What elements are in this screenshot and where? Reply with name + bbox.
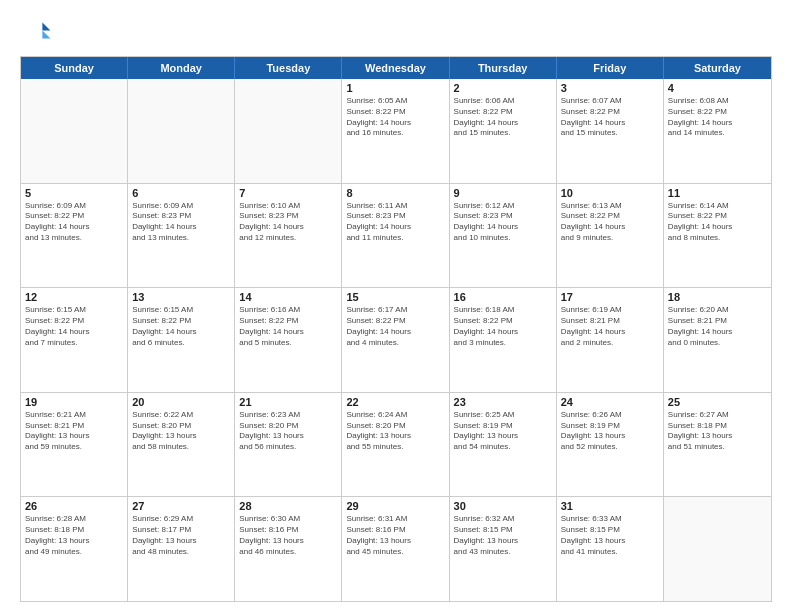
calendar-cell: 3Sunrise: 6:07 AM Sunset: 8:22 PM Daylig… [557,79,664,183]
cell-info: Sunrise: 6:10 AM Sunset: 8:23 PM Dayligh… [239,201,337,244]
day-number: 30 [454,500,552,512]
weekday-header: Friday [557,57,664,79]
day-number: 15 [346,291,444,303]
calendar-cell: 1Sunrise: 6:05 AM Sunset: 8:22 PM Daylig… [342,79,449,183]
day-number: 8 [346,187,444,199]
calendar-cell: 14Sunrise: 6:16 AM Sunset: 8:22 PM Dayli… [235,288,342,392]
weekday-header: Sunday [21,57,128,79]
calendar-cell: 8Sunrise: 6:11 AM Sunset: 8:23 PM Daylig… [342,184,449,288]
day-number: 21 [239,396,337,408]
day-number: 5 [25,187,123,199]
day-number: 22 [346,396,444,408]
day-number: 6 [132,187,230,199]
cell-info: Sunrise: 6:19 AM Sunset: 8:21 PM Dayligh… [561,305,659,348]
cell-info: Sunrise: 6:15 AM Sunset: 8:22 PM Dayligh… [25,305,123,348]
svg-marker-0 [42,22,50,30]
logo [20,16,56,48]
cell-info: Sunrise: 6:29 AM Sunset: 8:17 PM Dayligh… [132,514,230,557]
calendar-cell: 26Sunrise: 6:28 AM Sunset: 8:18 PM Dayli… [21,497,128,601]
day-number: 1 [346,82,444,94]
cell-info: Sunrise: 6:18 AM Sunset: 8:22 PM Dayligh… [454,305,552,348]
cell-info: Sunrise: 6:05 AM Sunset: 8:22 PM Dayligh… [346,96,444,139]
calendar-cell: 29Sunrise: 6:31 AM Sunset: 8:16 PM Dayli… [342,497,449,601]
cell-info: Sunrise: 6:25 AM Sunset: 8:19 PM Dayligh… [454,410,552,453]
cell-info: Sunrise: 6:33 AM Sunset: 8:15 PM Dayligh… [561,514,659,557]
day-number: 31 [561,500,659,512]
calendar-cell: 24Sunrise: 6:26 AM Sunset: 8:19 PM Dayli… [557,393,664,497]
cell-info: Sunrise: 6:06 AM Sunset: 8:22 PM Dayligh… [454,96,552,139]
cell-info: Sunrise: 6:28 AM Sunset: 8:18 PM Dayligh… [25,514,123,557]
calendar-cell [128,79,235,183]
day-number: 29 [346,500,444,512]
header [20,16,772,48]
calendar-cell: 5Sunrise: 6:09 AM Sunset: 8:22 PM Daylig… [21,184,128,288]
calendar-cell: 17Sunrise: 6:19 AM Sunset: 8:21 PM Dayli… [557,288,664,392]
day-number: 18 [668,291,767,303]
logo-icon [20,16,52,48]
day-number: 26 [25,500,123,512]
calendar-cell: 28Sunrise: 6:30 AM Sunset: 8:16 PM Dayli… [235,497,342,601]
calendar-cell: 13Sunrise: 6:15 AM Sunset: 8:22 PM Dayli… [128,288,235,392]
cell-info: Sunrise: 6:09 AM Sunset: 8:23 PM Dayligh… [132,201,230,244]
cell-info: Sunrise: 6:13 AM Sunset: 8:22 PM Dayligh… [561,201,659,244]
cell-info: Sunrise: 6:23 AM Sunset: 8:20 PM Dayligh… [239,410,337,453]
cell-info: Sunrise: 6:11 AM Sunset: 8:23 PM Dayligh… [346,201,444,244]
calendar-row: 26Sunrise: 6:28 AM Sunset: 8:18 PM Dayli… [21,497,771,601]
day-number: 4 [668,82,767,94]
calendar-cell: 30Sunrise: 6:32 AM Sunset: 8:15 PM Dayli… [450,497,557,601]
cell-info: Sunrise: 6:09 AM Sunset: 8:22 PM Dayligh… [25,201,123,244]
day-number: 20 [132,396,230,408]
calendar-cell: 20Sunrise: 6:22 AM Sunset: 8:20 PM Dayli… [128,393,235,497]
calendar-cell: 12Sunrise: 6:15 AM Sunset: 8:22 PM Dayli… [21,288,128,392]
day-number: 19 [25,396,123,408]
cell-info: Sunrise: 6:15 AM Sunset: 8:22 PM Dayligh… [132,305,230,348]
calendar-cell: 16Sunrise: 6:18 AM Sunset: 8:22 PM Dayli… [450,288,557,392]
calendar-cell [235,79,342,183]
calendar-cell: 18Sunrise: 6:20 AM Sunset: 8:21 PM Dayli… [664,288,771,392]
page: SundayMondayTuesdayWednesdayThursdayFrid… [0,0,792,612]
cell-info: Sunrise: 6:08 AM Sunset: 8:22 PM Dayligh… [668,96,767,139]
cell-info: Sunrise: 6:30 AM Sunset: 8:16 PM Dayligh… [239,514,337,557]
calendar-cell: 9Sunrise: 6:12 AM Sunset: 8:23 PM Daylig… [450,184,557,288]
calendar-header: SundayMondayTuesdayWednesdayThursdayFrid… [21,57,771,79]
calendar-cell: 6Sunrise: 6:09 AM Sunset: 8:23 PM Daylig… [128,184,235,288]
calendar-cell: 7Sunrise: 6:10 AM Sunset: 8:23 PM Daylig… [235,184,342,288]
calendar-cell: 4Sunrise: 6:08 AM Sunset: 8:22 PM Daylig… [664,79,771,183]
cell-info: Sunrise: 6:32 AM Sunset: 8:15 PM Dayligh… [454,514,552,557]
cell-info: Sunrise: 6:07 AM Sunset: 8:22 PM Dayligh… [561,96,659,139]
day-number: 14 [239,291,337,303]
day-number: 3 [561,82,659,94]
calendar-cell: 10Sunrise: 6:13 AM Sunset: 8:22 PM Dayli… [557,184,664,288]
weekday-header: Tuesday [235,57,342,79]
day-number: 23 [454,396,552,408]
day-number: 12 [25,291,123,303]
cell-info: Sunrise: 6:17 AM Sunset: 8:22 PM Dayligh… [346,305,444,348]
calendar-row: 19Sunrise: 6:21 AM Sunset: 8:21 PM Dayli… [21,393,771,498]
cell-info: Sunrise: 6:24 AM Sunset: 8:20 PM Dayligh… [346,410,444,453]
day-number: 28 [239,500,337,512]
cell-info: Sunrise: 6:21 AM Sunset: 8:21 PM Dayligh… [25,410,123,453]
calendar-cell: 11Sunrise: 6:14 AM Sunset: 8:22 PM Dayli… [664,184,771,288]
calendar-row: 12Sunrise: 6:15 AM Sunset: 8:22 PM Dayli… [21,288,771,393]
cell-info: Sunrise: 6:27 AM Sunset: 8:18 PM Dayligh… [668,410,767,453]
day-number: 9 [454,187,552,199]
day-number: 10 [561,187,659,199]
day-number: 24 [561,396,659,408]
calendar-cell: 22Sunrise: 6:24 AM Sunset: 8:20 PM Dayli… [342,393,449,497]
day-number: 2 [454,82,552,94]
calendar-cell: 23Sunrise: 6:25 AM Sunset: 8:19 PM Dayli… [450,393,557,497]
calendar-cell: 27Sunrise: 6:29 AM Sunset: 8:17 PM Dayli… [128,497,235,601]
cell-info: Sunrise: 6:14 AM Sunset: 8:22 PM Dayligh… [668,201,767,244]
day-number: 17 [561,291,659,303]
day-number: 7 [239,187,337,199]
day-number: 25 [668,396,767,408]
calendar-body: 1Sunrise: 6:05 AM Sunset: 8:22 PM Daylig… [21,79,771,601]
calendar: SundayMondayTuesdayWednesdayThursdayFrid… [20,56,772,602]
weekday-header: Monday [128,57,235,79]
cell-info: Sunrise: 6:16 AM Sunset: 8:22 PM Dayligh… [239,305,337,348]
weekday-header: Thursday [450,57,557,79]
cell-info: Sunrise: 6:12 AM Sunset: 8:23 PM Dayligh… [454,201,552,244]
calendar-cell [664,497,771,601]
calendar-cell: 15Sunrise: 6:17 AM Sunset: 8:22 PM Dayli… [342,288,449,392]
calendar-cell: 31Sunrise: 6:33 AM Sunset: 8:15 PM Dayli… [557,497,664,601]
